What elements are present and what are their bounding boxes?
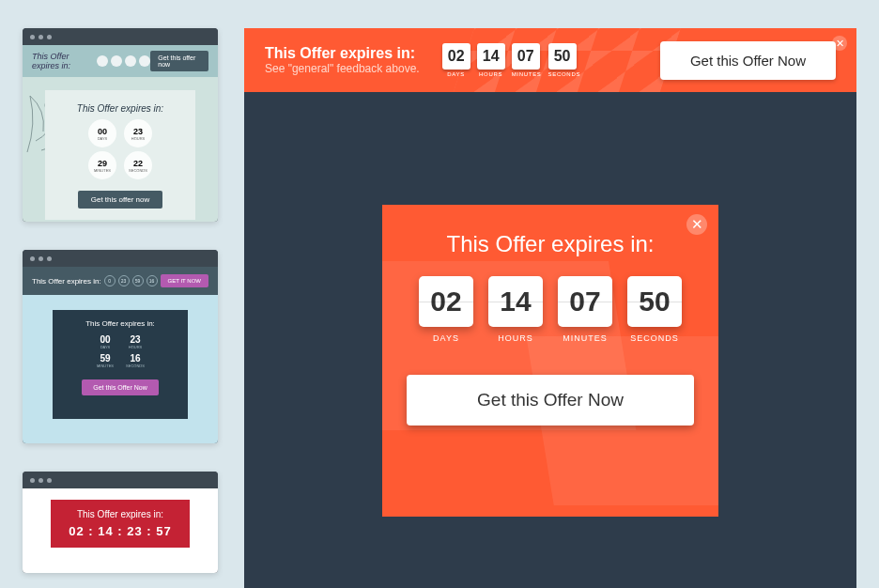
preview-canvas: This Offer expires in: See "general" fee… [244, 28, 856, 588]
modal-days-value: 02 [419, 276, 473, 327]
close-icon[interactable]: ✕ [832, 36, 847, 51]
bar-seconds-value: 50 [548, 43, 577, 70]
strip-title: This Offer expires in: [32, 52, 97, 70]
countdown-modal: ✕ This Offer expires in: 02DAYS 14HOURS … [382, 205, 718, 517]
strip-cta: GET IT NOW [161, 274, 208, 287]
modal-hours-value: 14 [488, 276, 543, 327]
modal-countdown: 02DAYS 14HOURS 07MINUTES 50SECONDS [407, 276, 694, 343]
template-thumb-1[interactable]: This Offer expires in: Get this offer no… [23, 28, 218, 222]
bar-title: This Offer expires in: [265, 45, 420, 62]
bar-hours-label: HOURS [477, 71, 505, 77]
bar-days-label: DAYS [442, 71, 470, 77]
card-digits: 02 : 14 : 23 : 57 [60, 524, 180, 538]
bar-cta-button[interactable]: Get this Offer Now [660, 41, 836, 80]
strip-counters: 0235916 [104, 275, 158, 286]
bar-hours-value: 14 [477, 43, 505, 70]
card-cta: Get this offer now [78, 191, 163, 209]
browser-chrome [23, 28, 218, 45]
strip-cta: Get this offer now [150, 51, 208, 71]
strip-counters [97, 55, 150, 67]
browser-chrome [23, 250, 218, 267]
template-thumbnails: This Offer expires in: Get this offer no… [23, 28, 218, 588]
card-title: This Offer expires in: [54, 103, 186, 114]
modal-seconds-value: 50 [627, 276, 682, 327]
bar-minutes-value: 07 [512, 43, 540, 70]
card-cta: Get this Offer Now [82, 379, 158, 395]
card-title: This Offer expires in: [60, 509, 180, 519]
modal-days-label: DAYS [419, 333, 473, 343]
modal-minutes-label: MINUTES [558, 333, 612, 343]
countdown-bar: This Offer expires in: See "general" fee… [244, 28, 856, 92]
bar-countdown: 02DAYS 14HOURS 07MINUTES 50SECONDS [442, 43, 580, 77]
card-title: This Offer expires in: [62, 319, 178, 328]
template-thumb-2[interactable]: This Offer expires in: 0235916 GET IT NO… [23, 250, 218, 443]
bar-minutes-label: MINUTES [512, 71, 542, 77]
strip-title: This Offer expires in: [32, 277, 101, 286]
template-thumb-3[interactable]: This Offer expires in: 02 : 14 : 23 : 57 [23, 472, 218, 573]
bar-seconds-label: SECONDS [548, 71, 581, 77]
modal-hours-label: HOURS [488, 333, 543, 343]
bar-days-value: 02 [442, 43, 470, 70]
browser-chrome [23, 472, 218, 488]
modal-minutes-value: 07 [558, 276, 612, 327]
modal-title: This Offer expires in: [407, 231, 694, 257]
close-icon[interactable]: ✕ [686, 214, 707, 235]
modal-cta-button[interactable]: Get this Offer Now [407, 375, 694, 426]
bar-subtitle: See "general" feedback above. [265, 62, 420, 75]
modal-seconds-label: SECONDS [627, 333, 682, 343]
